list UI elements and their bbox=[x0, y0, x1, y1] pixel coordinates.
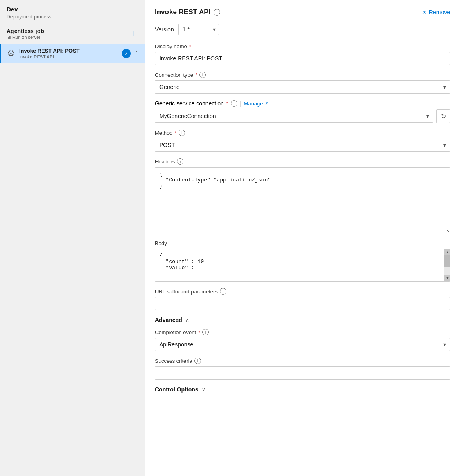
body-textarea-wrapper: { "count" : 19 "value" : [ ▲ ▼ bbox=[155, 249, 450, 282]
pipe-separator: | bbox=[240, 100, 241, 107]
main-panel: Invoke REST API i ✕ Remove Version 1.* D… bbox=[145, 0, 460, 476]
headers-label: Headers i bbox=[155, 158, 450, 165]
panel-header: Invoke REST API i ✕ Remove bbox=[155, 8, 450, 16]
display-name-field: Display name * bbox=[155, 43, 450, 65]
server-icon: 🖥 bbox=[7, 35, 11, 40]
advanced-collapse-arrow: ∧ bbox=[185, 317, 189, 323]
project-title: Dev bbox=[7, 6, 51, 13]
generic-service-label: Generic service connection bbox=[155, 100, 224, 107]
sidebar-header: Dev Deployment process ··· bbox=[0, 0, 145, 24]
task-check-icon: ✓ bbox=[122, 49, 131, 58]
task-item[interactable]: ⚙ Invoke REST API: POST Invoke REST API … bbox=[0, 44, 145, 63]
connection-select-row: MyGenericConnection ↻ bbox=[155, 109, 450, 123]
scrollbar-up-arrow[interactable]: ▲ bbox=[444, 249, 450, 255]
agentless-job-label: Agentless job bbox=[7, 28, 44, 34]
connection-type-select-wrapper: Generic bbox=[155, 80, 450, 94]
display-name-label: Display name * bbox=[155, 43, 450, 49]
refresh-icon: ↻ bbox=[441, 112, 446, 120]
project-info: Dev Deployment process bbox=[7, 6, 51, 20]
success-criteria-label: Success criteria i bbox=[155, 358, 450, 364]
remove-x-icon: ✕ bbox=[422, 9, 427, 16]
version-row: Version 1.* bbox=[155, 24, 450, 35]
refresh-button[interactable]: ↻ bbox=[436, 109, 450, 123]
task-name-label: Invoke REST API: POST bbox=[19, 48, 118, 54]
generic-service-field: Generic service connection * i | Manage … bbox=[155, 100, 450, 123]
headers-info-icon[interactable]: i bbox=[177, 158, 183, 165]
completion-event-select[interactable]: ApiResponse Callback bbox=[155, 338, 450, 351]
generic-service-info-icon[interactable]: i bbox=[231, 100, 237, 107]
connection-type-select[interactable]: Generic bbox=[155, 80, 450, 94]
generic-service-required: * bbox=[226, 101, 228, 107]
control-options-header[interactable]: Control Options ∨ bbox=[155, 386, 450, 393]
url-suffix-info-icon[interactable]: i bbox=[220, 288, 226, 295]
task-dots-icon[interactable]: ⋮ bbox=[133, 50, 140, 58]
body-textarea[interactable]: { "count" : 19 "value" : [ bbox=[155, 249, 444, 280]
connection-select-wrapper: MyGenericConnection bbox=[155, 110, 433, 123]
version-select-wrapper: 1.* bbox=[178, 24, 219, 35]
version-select[interactable]: 1.* bbox=[178, 24, 219, 35]
completion-event-required: * bbox=[198, 329, 200, 335]
control-options-label: Control Options bbox=[155, 386, 199, 393]
connection-type-info-icon[interactable]: i bbox=[199, 72, 206, 78]
agentless-job-info: Agentless job 🖥 Run on server bbox=[7, 28, 44, 40]
url-suffix-label: URL suffix and parameters i bbox=[155, 288, 450, 295]
method-select[interactable]: POST GET PUT PATCH DELETE bbox=[155, 139, 450, 152]
panel-info-icon[interactable]: i bbox=[214, 9, 220, 16]
connection-select[interactable]: MyGenericConnection bbox=[155, 110, 433, 123]
body-label: Body bbox=[155, 240, 450, 246]
service-connection-row: Generic service connection * i | Manage … bbox=[155, 100, 450, 107]
connection-type-required: * bbox=[195, 72, 197, 78]
method-info-icon[interactable]: i bbox=[179, 130, 185, 136]
advanced-label: Advanced bbox=[155, 317, 182, 323]
connection-type-label: Connection type * i bbox=[155, 72, 450, 78]
display-name-required: * bbox=[189, 43, 191, 49]
headers-field: Headers i { "Content-Type":"application/… bbox=[155, 158, 450, 234]
completion-event-info-icon[interactable]: i bbox=[202, 329, 209, 335]
advanced-section-header[interactable]: Advanced ∧ bbox=[155, 317, 450, 323]
run-on-server: 🖥 Run on server bbox=[7, 35, 44, 40]
task-subname-label: Invoke REST API bbox=[19, 54, 118, 59]
success-criteria-info-icon[interactable]: i bbox=[194, 358, 201, 364]
body-scrollbar: ▲ ▼ bbox=[444, 249, 450, 281]
add-task-button[interactable]: + bbox=[130, 29, 138, 39]
method-label: Method * i bbox=[155, 130, 450, 136]
task-info: Invoke REST API: POST Invoke REST API bbox=[19, 48, 118, 59]
scrollbar-track bbox=[444, 255, 450, 275]
agentless-job-details: Agentless job 🖥 Run on server bbox=[7, 28, 44, 40]
remove-label: Remove bbox=[429, 9, 450, 16]
agentless-job-row: Agentless job 🖥 Run on server + bbox=[0, 24, 145, 44]
control-options-arrow: ∨ bbox=[202, 387, 205, 392]
remove-button[interactable]: ✕ Remove bbox=[422, 9, 450, 16]
manage-link[interactable]: Manage ↗ bbox=[244, 101, 269, 107]
method-field: Method * i POST GET PUT PATCH DELETE bbox=[155, 130, 450, 152]
url-suffix-field: URL suffix and parameters i bbox=[155, 288, 450, 310]
headers-textarea[interactable]: { "Content-Type":"application/json" } bbox=[155, 167, 450, 232]
project-subtitle: Deployment process bbox=[7, 14, 51, 20]
scrollbar-down-arrow[interactable]: ▼ bbox=[444, 275, 450, 281]
url-suffix-input[interactable] bbox=[155, 297, 450, 310]
completion-event-field: Completion event * i ApiResponse Callbac… bbox=[155, 329, 450, 351]
body-field: Body { "count" : 19 "value" : [ ▲ ▼ bbox=[155, 240, 450, 282]
panel-title-row: Invoke REST API i bbox=[155, 8, 220, 16]
completion-event-label: Completion event * i bbox=[155, 329, 450, 335]
connection-type-field: Connection type * i Generic bbox=[155, 72, 450, 94]
gear-icon: ⚙ bbox=[7, 48, 15, 59]
panel-title: Invoke REST API bbox=[155, 8, 210, 16]
success-criteria-field: Success criteria i bbox=[155, 358, 450, 380]
method-required: * bbox=[174, 130, 176, 136]
method-select-wrapper: POST GET PUT PATCH DELETE bbox=[155, 139, 450, 152]
sidebar-menu-icon[interactable]: ··· bbox=[129, 6, 138, 16]
display-name-input[interactable] bbox=[155, 52, 450, 65]
task-actions: ✓ ⋮ bbox=[122, 49, 140, 58]
scrollbar-thumb bbox=[444, 255, 450, 267]
completion-event-select-wrapper: ApiResponse Callback bbox=[155, 338, 450, 351]
external-link-icon: ↗ bbox=[264, 101, 269, 107]
version-label: Version bbox=[155, 26, 174, 33]
success-criteria-input[interactable] bbox=[155, 366, 450, 380]
sidebar: Dev Deployment process ··· Agentless job… bbox=[0, 0, 145, 476]
